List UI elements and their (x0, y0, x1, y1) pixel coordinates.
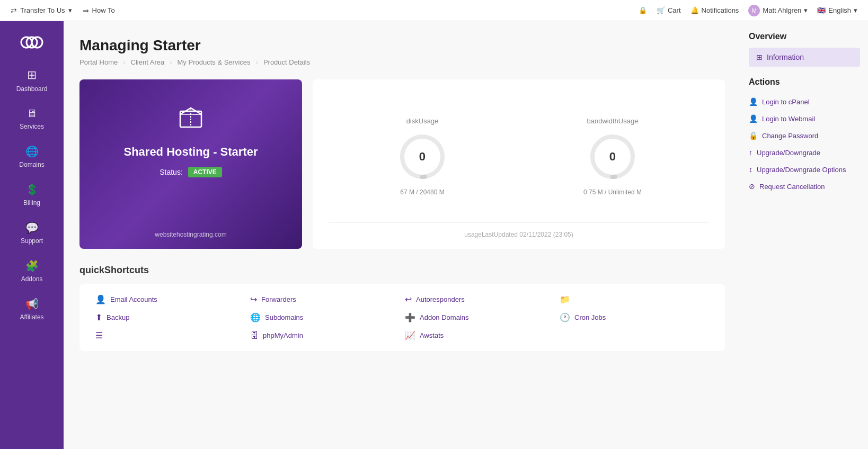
cron-jobs-icon: 🕐 (560, 312, 570, 322)
shortcut-phpmyadmin[interactable]: 🗄 phpMyAdmin (250, 330, 400, 340)
stats-row: diskUsage 0 67 M / 20480 M bandwidthUsag… (329, 90, 709, 222)
cart-label: Cart (668, 6, 681, 14)
email-accounts-icon: 👤 (95, 294, 106, 304)
language-nav[interactable]: 🇬🇧 English ▾ (817, 6, 857, 14)
cancellation-icon: ⊘ (749, 182, 755, 191)
shortcuts-title: quickShortcuts (79, 265, 725, 276)
shortcut-subdomains[interactable]: 🌐 Subdomains (250, 312, 400, 322)
action-change-password[interactable]: 🔒 Change Password (749, 127, 860, 144)
actions-title: Actions (749, 77, 860, 87)
addon-domains-icon: ➕ (405, 312, 415, 322)
forwarders-label: Forwarders (261, 295, 296, 303)
affiliates-icon: 📢 (25, 298, 39, 310)
howto-icon: ⇒ (83, 6, 89, 15)
shortcut-backup[interactable]: ⬆ Backup (95, 312, 245, 322)
services-icon: 🖥 (26, 107, 37, 120)
how-to-label: How To (92, 6, 115, 14)
disk-gauge: 0 (396, 130, 449, 183)
awstats-label: Awstats (420, 331, 444, 339)
lock-nav[interactable]: 🔒 (639, 6, 647, 14)
page-title: Managing Starter (79, 37, 725, 54)
information-icon: ⊞ (756, 53, 763, 61)
login-cpanel-label: Login to cPanel (762, 98, 810, 106)
backup-label: Backup (107, 313, 129, 321)
cart-icon: 🛒 (657, 6, 665, 14)
action-upgrade-options[interactable]: ↕ Upgrade/Downgrade Options (749, 161, 860, 178)
status-label: Status: (160, 168, 183, 176)
user-name-label: Matt Ahlgren (763, 6, 801, 14)
action-request-cancellation[interactable]: ⊘ Request Cancellation (749, 178, 860, 195)
notifications-nav[interactable]: 🔔 Notifications (690, 6, 739, 14)
cancellation-label: Request Cancellation (759, 183, 825, 191)
transfer-chevron-icon: ▾ (68, 6, 72, 14)
bell-icon: 🔔 (690, 6, 699, 14)
breadcrumb-sep2: › (170, 58, 172, 66)
sidebar-label-addons: Addons (21, 275, 43, 283)
shortcut-addon-domains[interactable]: ➕ Addon Domains (405, 312, 554, 322)
cards-row: Shared Hosting - Starter Status: ACTIVE … (79, 79, 725, 249)
shortcut-forwarders[interactable]: ↪ Forwarders (250, 294, 400, 304)
sidebar-logo[interactable] (16, 26, 48, 58)
breadcrumb-services[interactable]: My Products & Services (178, 58, 251, 66)
breadcrumb-sep1: › (123, 58, 125, 66)
bandwidth-gauge: 0 (586, 130, 639, 183)
shortcut-row3col1[interactable]: ☰ (95, 330, 245, 340)
breadcrumb-portal[interactable]: Portal Home (79, 58, 118, 66)
hosting-card: Shared Hosting - Starter Status: ACTIVE … (79, 79, 302, 249)
sidebar-item-dashboard[interactable]: ⊞ Dashboard (0, 61, 64, 100)
content-area: Managing Starter Portal Home › Client Ar… (64, 21, 741, 449)
sidebar-label-services: Services (20, 123, 44, 130)
sidebar-item-addons[interactable]: 🧩 Addons (0, 252, 64, 290)
sidebar-item-domains[interactable]: 🌐 Domains (0, 138, 64, 176)
breadcrumb-sep3: › (256, 58, 258, 66)
sidebar: ⊞ Dashboard 🖥 Services 🌐 Domains 💲 Billi… (0, 21, 64, 449)
sidebar-label-billing: Billing (23, 199, 40, 206)
flag-icon: 🇬🇧 (817, 6, 826, 14)
domain-name: websitehostingrating.com (155, 231, 226, 238)
login-webmail-icon: 👤 (749, 114, 758, 123)
right-panel: Overview ⊞ Information Actions 👤 Login t… (741, 21, 868, 449)
how-to-nav[interactable]: ⇒ How To (83, 6, 115, 15)
action-upgrade-downgrade[interactable]: ↑ Upgrade/Downgrade (749, 144, 860, 161)
notifications-label: Notifications (702, 6, 739, 14)
support-icon: 💬 (25, 221, 39, 234)
box-icon (175, 101, 207, 134)
user-nav[interactable]: M Matt Ahlgren ▾ (748, 5, 808, 16)
bandwidth-usage-label: bandwidthUsage (587, 117, 639, 125)
shortcut-autoresponders[interactable]: ↩ Autoresponders (405, 294, 554, 304)
sidebar-label-support: Support (21, 237, 43, 245)
information-label: Information (767, 53, 804, 61)
shortcut-awstats[interactable]: 📈 Awstats (405, 330, 554, 340)
status-badge: ACTIVE (188, 167, 222, 177)
sidebar-item-affiliates[interactable]: 📢 Affiliates (0, 290, 64, 328)
stats-card: diskUsage 0 67 M / 20480 M bandwidthUsag… (313, 79, 725, 249)
status-row: Status: ACTIVE (160, 167, 222, 177)
subdomains-icon: 🌐 (250, 312, 261, 322)
breadcrumb-product[interactable]: Product Details (263, 58, 310, 66)
disk-usage-stat: diskUsage 0 67 M / 20480 M (396, 117, 449, 196)
login-cpanel-icon: 👤 (749, 97, 758, 106)
autoresponders-icon: ↩ (405, 294, 412, 304)
backup-icon: ⬆ (95, 312, 102, 322)
information-item[interactable]: ⊞ Information (749, 48, 860, 67)
action-login-cpanel[interactable]: 👤 Login to cPanel (749, 93, 860, 110)
folder-icon: 📁 (560, 294, 570, 304)
change-password-label: Change Password (762, 132, 818, 140)
lock-icon: 🔒 (639, 6, 647, 14)
breadcrumb: Portal Home › Client Area › My Products … (79, 58, 725, 66)
shortcut-cron-jobs[interactable]: 🕐 Cron Jobs (560, 312, 709, 322)
row3col1-icon: ☰ (95, 330, 103, 340)
language-label: English (828, 6, 851, 14)
sidebar-item-support[interactable]: 💬 Support (0, 214, 64, 252)
email-accounts-label: Email Accounts (110, 295, 157, 303)
shortcut-email-accounts[interactable]: 👤 Email Accounts (95, 294, 245, 304)
breadcrumb-client[interactable]: Client Area (131, 58, 165, 66)
transfer-to-us-nav[interactable]: ⇄ Transfer To Us ▾ (11, 6, 72, 15)
top-nav-left: ⇄ Transfer To Us ▾ ⇒ How To (11, 6, 639, 15)
action-login-webmail[interactable]: 👤 Login to Webmail (749, 110, 860, 127)
billing-icon: 💲 (25, 183, 39, 196)
cart-nav[interactable]: 🛒 Cart (657, 6, 681, 14)
sidebar-item-services[interactable]: 🖥 Services (0, 100, 64, 138)
sidebar-item-billing[interactable]: 💲 Billing (0, 176, 64, 214)
shortcut-folder[interactable]: 📁 (560, 294, 709, 304)
